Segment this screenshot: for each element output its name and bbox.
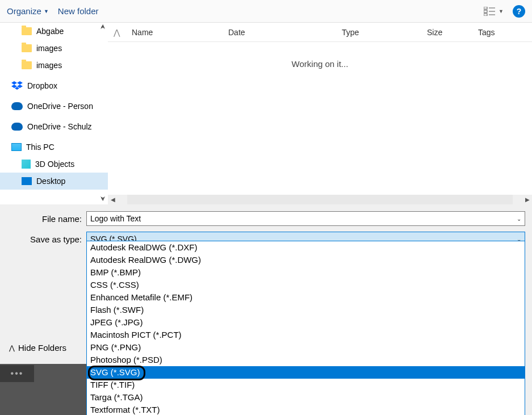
onedrive-icon [11,102,23,110]
desktop-icon [22,177,32,185]
dropdown-option[interactable]: Textformat (*.TXT) [87,404,525,415]
save-type-label: Save as type: [7,234,86,244]
sidebar-item-label: images [36,61,62,70]
sidebar[interactable]: ⮝ Abgabe images images Dropbox OneDrive … [0,23,108,204]
scroll-left-icon[interactable]: ◀ [108,195,118,204]
save-type-dropdown[interactable]: Autodesk RealDWG (*.DXF)Autodesk RealDWG… [86,241,525,415]
hide-folders-button[interactable]: ⋀ Hide Folders [0,337,76,358]
sidebar-item-label: images [36,44,62,53]
folder-icon [22,61,32,69]
hide-folders-label: Hide Folders [18,343,66,353]
dropdown-option[interactable]: Enhanced Metafile (*.EMF) [87,291,525,304]
dropdown-option[interactable]: SVG (*.SVG) [87,366,525,379]
column-size[interactable]: Size [420,28,471,37]
dropdown-option[interactable]: PNG (*.PNG) [87,341,525,354]
main-area: ⮝ Abgabe images images Dropbox OneDrive … [0,23,532,204]
dropdown-option[interactable]: Flash (*.SWF) [87,304,525,316]
status-text: Working on it... [292,59,349,69]
cube-icon [22,160,31,169]
column-type[interactable]: Type [335,28,420,37]
dropdown-option[interactable]: Autodesk RealDWG (*.DXF) [87,241,525,254]
organize-button[interactable]: Organize ▼ [7,6,49,16]
chevron-down-icon: ▼ [44,9,49,14]
sidebar-item-label: This PC [26,142,55,152]
file-list-body: Working on it... [108,42,532,195]
onedrive-icon [11,123,23,131]
dropdown-option[interactable]: BMP (*.BMP) [87,266,525,279]
help-icon[interactable]: ? [513,5,525,18]
dropdown-option[interactable]: Macintosh PICT (*.PCT) [87,329,525,341]
sidebar-item-label: Abgabe [36,27,64,36]
horizontal-scrollbar[interactable]: ◀ ▶ [108,195,532,204]
sidebar-item-desktop[interactable]: Desktop [0,173,108,190]
column-date[interactable]: Date [221,28,335,37]
sidebar-item-images[interactable]: images [0,40,108,57]
svg-rect-0 [484,7,487,9]
dropbox-icon [11,81,23,91]
chevron-up-icon: ⋀ [9,344,15,352]
sidebar-item-label: 3D Objects [35,160,74,169]
dropdown-option[interactable]: CSS (*.CSS) [87,279,525,291]
sort-indicator-icon[interactable]: ⋀ [108,28,125,37]
file-name-label: File name: [7,214,86,224]
toolbar: Organize ▼ New folder ▼ ? [0,0,532,23]
organize-label: Organize [7,6,41,16]
form-area: File name: Logo with Text ⌄ Save as type… [0,204,532,246]
file-name-value: Logo with Text [90,214,141,223]
folder-icon [22,44,32,52]
sidebar-item-onedrive-person[interactable]: OneDrive - Person [0,98,108,115]
view-list-icon [484,7,495,16]
column-name[interactable]: Name [125,28,221,37]
dropdown-option[interactable]: Autodesk RealDWG (*.DWG) [87,254,525,266]
background-menu-icon: ••• [0,365,34,382]
dropdown-option[interactable]: Photoshop (*.PSD) [87,354,525,366]
scroll-up-icon[interactable]: ⮝ [99,24,107,31]
dropdown-option[interactable]: JPEG (*.JPG) [87,316,525,329]
svg-rect-1 [484,10,487,12]
scroll-right-icon[interactable]: ▶ [522,195,532,204]
scroll-down-icon[interactable]: ⮟ [99,196,107,203]
sidebar-item-dropbox[interactable]: Dropbox [0,77,108,94]
sidebar-item-onedrive-schulz[interactable]: OneDrive - Schulz [0,118,108,135]
column-headers: ⋀ Name Date Type Size Tags [108,23,532,42]
view-mode-button[interactable]: ▼ [484,7,504,16]
folder-icon [22,27,32,35]
scrollbar-track[interactable] [127,195,513,204]
file-name-row: File name: Logo with Text ⌄ [7,211,525,226]
new-folder-button[interactable]: New folder [58,6,99,16]
sidebar-item-label: OneDrive - Schulz [27,122,92,131]
sidebar-item-abgabe[interactable]: Abgabe [0,23,108,40]
content-pane: ⋀ Name Date Type Size Tags Working on it… [108,23,532,204]
sidebar-item-images[interactable]: images [0,57,108,74]
dropdown-option[interactable]: Targa (*.TGA) [87,391,525,404]
sidebar-item-this-pc[interactable]: This PC [0,139,108,156]
chevron-down-icon[interactable]: ⌄ [517,216,521,222]
pc-icon [11,143,22,151]
sidebar-item-label: OneDrive - Person [27,102,93,111]
column-tags[interactable]: Tags [471,28,517,37]
sidebar-item-3d-objects[interactable]: 3D Objects [0,156,108,173]
sidebar-item-label: Desktop [36,177,65,186]
chevron-down-icon: ▼ [499,9,504,14]
svg-rect-2 [484,14,487,16]
dropdown-option[interactable]: TIFF (*.TIF) [87,379,525,391]
sidebar-item-label: Dropbox [27,81,57,90]
file-name-input[interactable]: Logo with Text ⌄ [86,211,525,226]
